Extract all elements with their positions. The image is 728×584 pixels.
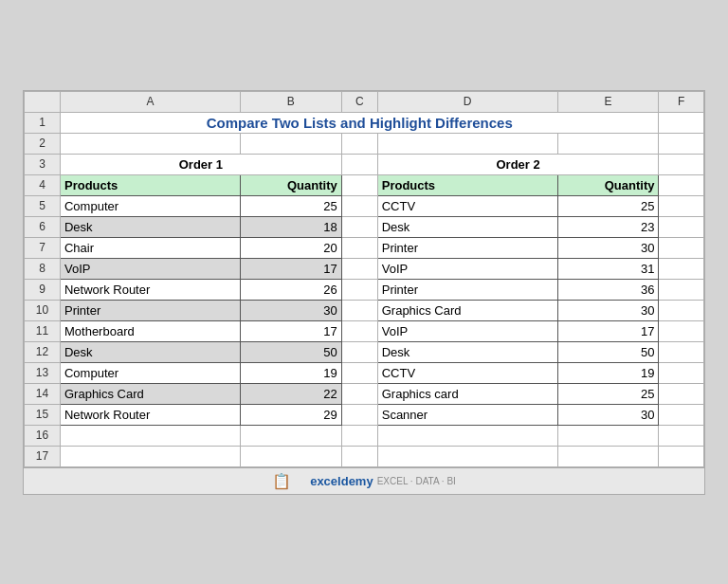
order1-row-5-product[interactable]: Computer <box>60 195 240 216</box>
order1-row-15-product[interactable]: Network Router <box>60 404 240 425</box>
order2-row-12-qty[interactable]: 50 <box>557 341 659 362</box>
col-header-e[interactable]: E <box>557 91 659 112</box>
cell-f10 <box>659 300 704 320</box>
order2-quantity-header: Quantity <box>557 174 659 195</box>
order2-row-15-qty[interactable]: 30 <box>557 404 659 425</box>
cell-f15 <box>659 404 704 425</box>
cell-f9 <box>659 279 704 300</box>
order2-row-6-qty[interactable]: 23 <box>557 216 659 237</box>
row-num-10: 10 <box>25 300 61 320</box>
cell-b17 <box>240 446 341 466</box>
order2-row-5-qty[interactable]: 25 <box>557 195 659 216</box>
order1-row-11-qty[interactable]: 17 <box>240 320 341 341</box>
row-num-17: 17 <box>25 446 61 466</box>
order2-row-14-product[interactable]: Graphics card <box>377 383 557 404</box>
spreadsheet-title: Compare Two Lists and Highlight Differen… <box>60 112 658 133</box>
cell-c2 <box>341 133 377 154</box>
order1-row-14-qty[interactable]: 22 <box>240 383 341 404</box>
cell-f11 <box>659 320 704 341</box>
cell-a17 <box>60 446 240 466</box>
row-num-5: 5 <box>25 195 61 216</box>
order1-row-8-qty[interactable]: 17 <box>240 258 341 279</box>
sheet-icon: 📋 <box>272 472 291 490</box>
order2-row-8-qty[interactable]: 31 <box>557 258 659 279</box>
order2-row-11-qty[interactable]: 17 <box>557 320 659 341</box>
order1-row-10-qty[interactable]: 30 <box>240 300 341 320</box>
cell-f1 <box>659 112 704 133</box>
row-num-9: 9 <box>25 279 61 300</box>
cell-f2 <box>659 133 704 154</box>
order2-row-15-product[interactable]: Scanner <box>377 404 557 425</box>
order2-row-7-qty[interactable]: 30 <box>557 237 659 258</box>
order1-row-8-product[interactable]: VoIP <box>60 258 240 279</box>
order1-row-6-product[interactable]: Desk <box>60 216 240 237</box>
row-num-6: 6 <box>25 216 61 237</box>
col-header-b[interactable]: B <box>240 91 341 112</box>
order1-row-11-product[interactable]: Motherboard <box>60 320 240 341</box>
col-header-f[interactable]: F <box>659 91 704 112</box>
brand-logo: exceldemy <box>310 474 373 488</box>
cell-c9 <box>341 279 377 300</box>
order1-quantity-header: Quantity <box>240 174 341 195</box>
exceldemy-watermark: exceldemy EXCEL · DATA · BI <box>310 474 456 488</box>
cell-c16 <box>341 425 377 446</box>
order2-row-8-product[interactable]: VoIP <box>377 258 557 279</box>
order2-products-header: Products <box>377 174 557 195</box>
row-num-14: 14 <box>25 383 61 404</box>
cell-e16 <box>557 425 659 446</box>
row-num-3: 3 <box>25 154 61 174</box>
row-num-12: 12 <box>25 341 61 362</box>
cell-c6 <box>341 216 377 237</box>
cell-c7 <box>341 237 377 258</box>
cell-e17 <box>557 446 659 466</box>
cell-f8 <box>659 258 704 279</box>
cell-d17 <box>377 446 557 466</box>
order2-row-9-product[interactable]: Printer <box>377 279 557 300</box>
order1-row-9-product[interactable]: Network Router <box>60 279 240 300</box>
order1-row-10-product[interactable]: Printer <box>60 300 240 320</box>
cell-f3 <box>659 154 704 174</box>
order2-row-10-qty[interactable]: 30 <box>557 300 659 320</box>
cell-f4 <box>659 174 704 195</box>
col-header-d[interactable]: D <box>377 91 557 112</box>
order2-row-13-product[interactable]: CCTV <box>377 362 557 383</box>
cell-c4 <box>341 174 377 195</box>
cell-b2 <box>240 133 341 154</box>
row-num-8: 8 <box>25 258 61 279</box>
col-header-a[interactable]: A <box>60 91 240 112</box>
order1-row-12-qty[interactable]: 50 <box>240 341 341 362</box>
cell-c15 <box>341 404 377 425</box>
order2-row-5-product[interactable]: CCTV <box>377 195 557 216</box>
order2-row-6-product[interactable]: Desk <box>377 216 557 237</box>
sheet-tab-area[interactable]: 📋 <box>272 472 291 490</box>
cell-c5 <box>341 195 377 216</box>
order1-row-6-qty[interactable]: 18 <box>240 216 341 237</box>
order2-row-11-product[interactable]: VoIP <box>377 320 557 341</box>
cell-f12 <box>659 341 704 362</box>
cell-d16 <box>377 425 557 446</box>
cell-c12 <box>341 341 377 362</box>
cell-c10 <box>341 300 377 320</box>
order1-row-7-product[interactable]: Chair <box>60 237 240 258</box>
order1-row-15-qty[interactable]: 29 <box>240 404 341 425</box>
order2-row-7-product[interactable]: Printer <box>377 237 557 258</box>
order1-row-12-product[interactable]: Desk <box>60 341 240 362</box>
order2-row-12-product[interactable]: Desk <box>377 341 557 362</box>
order1-row-7-qty[interactable]: 20 <box>240 237 341 258</box>
order1-row-9-qty[interactable]: 26 <box>240 279 341 300</box>
cell-c17 <box>341 446 377 466</box>
order1-row-13-qty[interactable]: 19 <box>240 362 341 383</box>
brand-tagline: EXCEL · DATA · BI <box>377 476 456 486</box>
order2-row-10-product[interactable]: Graphics Card <box>377 300 557 320</box>
order1-row-14-product[interactable]: Graphics Card <box>60 383 240 404</box>
order1-row-5-qty[interactable]: 25 <box>240 195 341 216</box>
order2-row-14-qty[interactable]: 25 <box>557 383 659 404</box>
cell-a2 <box>60 133 240 154</box>
order1-row-13-product[interactable]: Computer <box>60 362 240 383</box>
cell-f6 <box>659 216 704 237</box>
cell-c3 <box>341 154 377 174</box>
order2-row-9-qty[interactable]: 36 <box>557 279 659 300</box>
cell-a16 <box>60 425 240 446</box>
col-header-c[interactable]: C <box>341 91 377 112</box>
order2-row-13-qty[interactable]: 19 <box>557 362 659 383</box>
